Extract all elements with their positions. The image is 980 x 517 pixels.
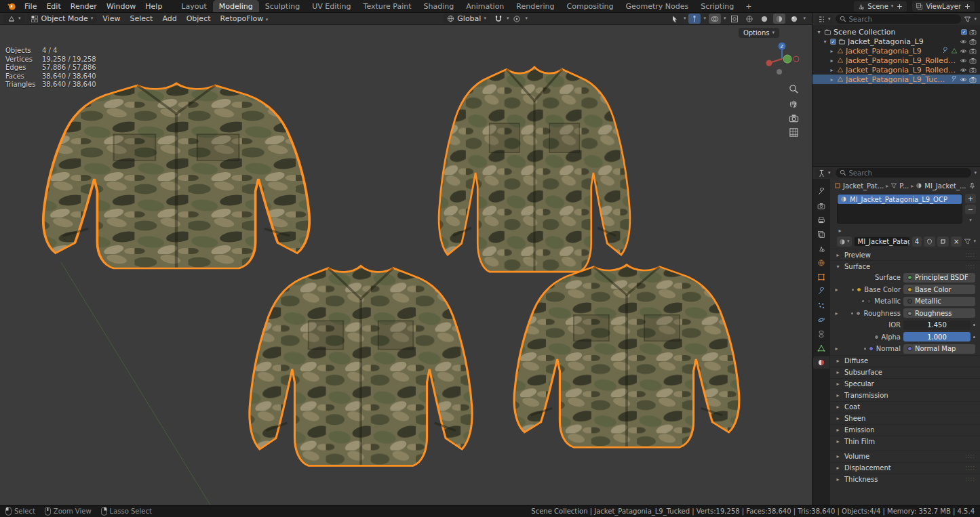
sheen-panel-header[interactable]: ▸Sheen	[830, 413, 980, 424]
object-row-tucked-active[interactable]: ▸ Jacket_Patagonia_L9_Tucked	[812, 75, 980, 84]
material-slot-selected[interactable]: MI_Jacket_Patagonia_L9_OCP	[838, 194, 962, 204]
filter-icon[interactable]	[964, 238, 971, 245]
browse-material-button[interactable]: ▾	[837, 236, 852, 247]
tab-particles[interactable]	[813, 299, 829, 312]
tab-tool[interactable]	[813, 186, 829, 198]
breadcrumb-slot[interactable]: P...	[890, 182, 909, 190]
jacket-object-2[interactable]	[439, 67, 630, 272]
camera-icon[interactable]	[969, 57, 977, 64]
tab-geometry-nodes[interactable]: Geometry Nodes	[619, 0, 694, 12]
collection-checkbox[interactable]: ✓	[830, 39, 836, 45]
tab-scripting[interactable]: Scripting	[694, 0, 740, 12]
slot-specials-button[interactable]: ▾	[965, 215, 976, 225]
tab-world[interactable]	[813, 257, 829, 269]
emission-panel-header[interactable]: ▸Emission	[830, 424, 980, 436]
animate-dot-icon[interactable]	[973, 324, 975, 326]
pan-hand-icon[interactable]	[787, 96, 800, 110]
transmission-panel-header[interactable]: ▸Transmission	[830, 390, 980, 401]
tab-constraints[interactable]	[813, 328, 829, 340]
thin-film-panel-header[interactable]: ▸Thin Film	[830, 436, 980, 447]
menu-retopoflow[interactable]: RetopoFlow ▾	[216, 14, 273, 24]
volume-panel-header[interactable]: ▸Volume::::	[830, 451, 980, 462]
breadcrumb-object[interactable]: Jacket_Pat...	[834, 182, 884, 190]
preview-panel-header[interactable]: ▸ Preview ::::	[830, 249, 980, 260]
tab-output[interactable]	[813, 214, 829, 226]
eye-icon[interactable]	[960, 66, 967, 74]
panel-grip-icon[interactable]: ::::	[965, 476, 975, 482]
tab-material[interactable]	[813, 356, 829, 369]
ior-value-field[interactable]: 1.450	[903, 320, 971, 330]
eye-icon[interactable]	[960, 38, 967, 45]
coat-panel-header[interactable]: ▸Coat	[830, 401, 980, 413]
tab-animation[interactable]: Animation	[460, 0, 510, 12]
overlays-toggle[interactable]	[709, 14, 721, 24]
tab-view-layer[interactable]	[813, 228, 829, 241]
unlink-material-button[interactable]: ×	[951, 236, 962, 247]
jacket-object-3[interactable]	[250, 266, 472, 466]
menu-add[interactable]: Add	[158, 14, 180, 24]
tab-render[interactable]	[813, 200, 829, 212]
add-workspace-button[interactable]: +	[740, 0, 757, 12]
slot-expand-row[interactable]: ▸	[830, 226, 980, 234]
snap-options-caret[interactable]: ▾	[507, 16, 509, 21]
render-visibility-icon[interactable]	[969, 28, 977, 36]
tab-uv-editing[interactable]: UV Editing	[306, 0, 357, 12]
shading-rendered-button[interactable]	[788, 14, 800, 24]
tab-object-data[interactable]	[813, 342, 829, 354]
roughness-input-button[interactable]: Roughness	[903, 308, 975, 318]
subsurface-panel-header[interactable]: ▸Subsurface	[830, 367, 980, 378]
properties-editor-type[interactable]: ▾	[816, 169, 833, 178]
selectability-visibility-toggle[interactable]	[669, 14, 681, 24]
alpha-value-slider[interactable]: 1.000	[903, 332, 971, 342]
expand-icon[interactable]: ▸	[834, 346, 840, 352]
display-filter-caret[interactable]: ▾	[973, 239, 976, 244]
camera-view-icon[interactable]	[787, 111, 800, 125]
overlays-caret[interactable]: ▾	[724, 16, 726, 21]
navigation-gizmo[interactable]: Z	[763, 40, 801, 78]
thickness-panel-header[interactable]: ▸Thickness::::	[830, 474, 980, 485]
tab-compositing[interactable]: Compositing	[561, 0, 620, 12]
add-slot-button[interactable]: +	[965, 194, 976, 203]
displacement-panel-header[interactable]: ▸Displacement::::	[830, 462, 980, 474]
camera-icon[interactable]	[969, 47, 977, 55]
options-button[interactable]: Options▾	[739, 28, 779, 38]
diffuse-panel-header[interactable]: ▸Diffuse	[830, 355, 980, 367]
tab-layout[interactable]: Layout	[175, 0, 212, 12]
surface-panel-header[interactable]: ▾ Surface ::::	[830, 260, 980, 272]
shading-wireframe-button[interactable]	[743, 14, 756, 24]
specular-panel-header[interactable]: ▸Specular	[830, 378, 980, 390]
viewlayer-selector[interactable]: ViewLayer	[912, 1, 975, 12]
properties-search-input[interactable]	[849, 169, 968, 177]
tab-texture-paint[interactable]: Texture Paint	[357, 0, 418, 12]
viewport-3d[interactable]: Objects4 / 4 Vertices19,258 / 19,258 Edg…	[0, 25, 812, 505]
material-slot-list[interactable]: MI_Jacket_Patagonia_L9_OCP	[837, 194, 962, 224]
camera-icon[interactable]	[969, 66, 977, 74]
menu-edit[interactable]: Edit	[41, 0, 65, 12]
blender-logo-icon[interactable]	[3, 0, 20, 12]
new-material-button[interactable]	[937, 236, 949, 247]
tab-modeling[interactable]: Modeling	[213, 0, 259, 12]
tab-scene[interactable]	[813, 243, 829, 255]
menu-help[interactable]: Help	[140, 0, 167, 12]
object-row-rolledsleeves[interactable]: ▸ Jacket_Patagonia_L9_RolledSleeves	[812, 56, 980, 65]
zoom-tool-icon[interactable]	[787, 82, 800, 96]
fake-user-button[interactable]	[924, 236, 935, 247]
menu-select[interactable]: Select	[125, 14, 157, 24]
xray-toggle[interactable]	[728, 14, 741, 24]
camera-icon[interactable]	[969, 38, 977, 45]
shading-caret[interactable]: ▾	[803, 16, 806, 21]
jacket-object-1[interactable]	[43, 83, 309, 268]
material-name-field[interactable]: MI_Jacket_Patagonia_L9...	[854, 236, 910, 247]
normal-input-button[interactable]: Normal Map	[903, 344, 975, 354]
surface-shader-button[interactable]: Principled BSDF	[903, 273, 975, 283]
viewport-canvas[interactable]	[0, 25, 812, 505]
orthographic-toggle-icon[interactable]	[787, 125, 800, 139]
menu-window[interactable]: Window	[102, 0, 140, 12]
outliner-search-input[interactable]	[849, 16, 958, 23]
base-color-input-button[interactable]: Base Color	[903, 285, 975, 294]
scene-collection-row[interactable]: ▾ Scene Collection ✓	[812, 27, 980, 37]
camera-icon[interactable]	[969, 76, 977, 83]
panel-grip-icon[interactable]: ::::	[965, 453, 975, 459]
properties-search[interactable]	[836, 168, 972, 178]
users-count-button[interactable]: 4	[912, 236, 922, 247]
